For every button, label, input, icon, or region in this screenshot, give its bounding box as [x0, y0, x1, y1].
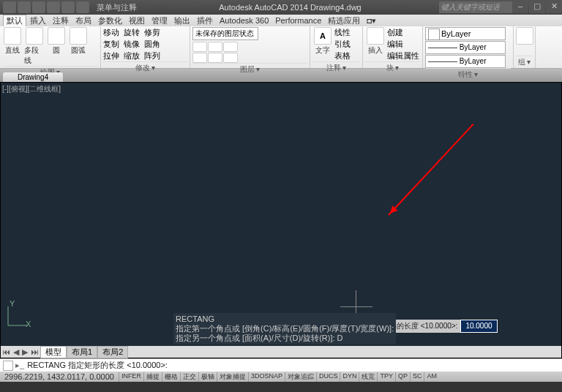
ribbon: 直线 多段线 圆 圆弧 绘图 ▾ 移动旋转修剪 复制镜像圆角 拉伸缩放阵列 修改… — [0, 26, 562, 69]
status-otrack[interactable]: 对象追踪 — [285, 372, 316, 382]
tab-a360[interactable]: Autodesk 360 — [217, 16, 271, 25]
status-dyn[interactable]: DYN — [340, 372, 359, 382]
dynamic-input-value[interactable]: 10.0000 — [460, 320, 497, 333]
status-lwt[interactable]: 线宽 — [359, 372, 377, 382]
modify-copy[interactable]: 复制 — [103, 39, 119, 50]
block-create[interactable]: 创建 — [387, 27, 419, 38]
tab-view[interactable]: 视图 — [126, 15, 148, 26]
modify-array[interactable]: 阵列 — [144, 50, 160, 61]
annot-linear[interactable]: 线性 — [334, 27, 351, 38]
crosshair-h — [340, 306, 372, 307]
tab-default[interactable]: 默认 — [3, 15, 26, 26]
modify-mirror[interactable]: 镜像 — [124, 39, 140, 50]
panel-block-label: 块 ▾ — [365, 61, 420, 73]
qat-open[interactable] — [32, 1, 45, 13]
tab-layout[interactable]: 布局 — [72, 15, 94, 26]
modify-fillet[interactable]: 圆角 — [144, 39, 160, 50]
app-menu-button[interactable] — [3, 1, 16, 13]
status-ducs[interactable]: DUCS — [316, 372, 340, 382]
modify-move[interactable]: 移动 — [103, 27, 119, 38]
qat-undo[interactable] — [61, 1, 75, 13]
status-am[interactable]: AM — [424, 372, 439, 382]
status-ortho[interactable]: 正交 — [180, 372, 198, 382]
layer-tools — [192, 42, 238, 63]
draw-polyline-button[interactable]: 多段线 — [24, 27, 45, 66]
block-insert-button[interactable]: 插入 — [365, 27, 386, 56]
layer-tool-6[interactable] — [223, 53, 238, 63]
layout-nav-next[interactable]: ▶ — [20, 347, 29, 357]
status-tpy[interactable]: TPY — [377, 372, 395, 382]
layout-nav-last[interactable]: ⏭ — [29, 347, 40, 356]
status-osnap[interactable]: 对象捕捉 — [217, 372, 248, 382]
command-line[interactable]: ▸_ RECTANG 指定矩形的长度 <10.0000>: — [0, 358, 562, 372]
modify-trim[interactable]: 修剪 — [144, 27, 160, 38]
file-tab-drawing4[interactable]: Drawing4 — [3, 72, 63, 82]
layout-2[interactable]: 布局2 — [97, 346, 128, 358]
status-qp[interactable]: QP — [395, 372, 410, 382]
layout-1[interactable]: 布局1 — [67, 346, 97, 358]
drawing-canvas[interactable]: [-][俯视][二维线框] 指定矩形的长度 <10.0000>: 10.0000… — [0, 82, 562, 358]
command-history: RECTANG 指定第一个角点或 [倒角(C)/标高(E)/圆角(F)/厚度(T… — [173, 313, 396, 344]
annot-text-button[interactable]: A文字 — [312, 27, 333, 56]
tab-parametric[interactable]: 参数化 — [95, 15, 125, 26]
status-infer[interactable]: INFER — [119, 372, 143, 382]
status-grid[interactable]: 栅格 — [162, 372, 180, 382]
coords-readout: 2996.2219, 1432.0117, 0.0000 — [0, 372, 119, 381]
block-edit[interactable]: 编辑 — [387, 39, 419, 50]
close-button[interactable]: ✕ — [546, 1, 562, 13]
draw-arc-button[interactable]: 圆弧 — [68, 27, 89, 56]
annot-table[interactable]: 表格 — [334, 50, 351, 61]
qat-new[interactable] — [18, 1, 31, 13]
status-polar[interactable]: 极轴 — [198, 372, 217, 382]
status-3dosnap[interactable]: 3DOSNAP — [248, 372, 285, 382]
panel-props-label: 特性 ▾ — [425, 68, 511, 80]
layer-tool-1[interactable] — [192, 42, 207, 52]
layer-tool-2[interactable] — [208, 42, 222, 52]
status-snap[interactable]: 捕捉 — [143, 372, 162, 382]
layer-tool-3[interactable] — [223, 42, 238, 52]
viewport-label[interactable]: [-][俯视][二维线框] — [2, 84, 61, 94]
modify-stretch[interactable]: 拉伸 — [103, 50, 119, 61]
draw-circle-button[interactable]: 圆 — [46, 27, 67, 56]
command-line-text: RECTANG 指定矩形的长度 <10.0000>: — [27, 360, 168, 371]
qat-extra-label: 菜单与注释 — [92, 2, 141, 13]
layout-tabs: ⏮ ◀ ▶ ⏭ 模型 布局1 布局2 — [1, 346, 561, 358]
minimize-button[interactable]: – — [512, 1, 528, 13]
layout-nav-prev[interactable]: ◀ — [12, 347, 20, 357]
prop-color-combo[interactable]: ByLayer — [425, 27, 506, 40]
draw-line-button[interactable]: 直线 — [2, 27, 23, 56]
annot-leader[interactable]: 引线 — [334, 39, 351, 50]
layer-tool-4[interactable] — [192, 53, 207, 63]
layer-tool-5[interactable] — [208, 53, 222, 63]
ribbon-tabs: 默认 插入 注释 布局 参数化 视图 管理 输出 插件 Autodesk 360… — [0, 15, 562, 26]
tab-plugins[interactable]: 插件 — [194, 15, 216, 26]
maximize-button[interactable]: ▢ — [529, 1, 545, 13]
tab-insert[interactable]: 插入 — [27, 15, 49, 26]
tab-annotate[interactable]: 注释 — [50, 15, 72, 26]
group-button[interactable] — [516, 27, 533, 45]
qat-redo[interactable] — [76, 1, 89, 13]
tab-expand-icon[interactable]: ◘▾ — [364, 16, 379, 26]
layout-nav-first[interactable]: ⏮ — [1, 347, 12, 356]
status-sc[interactable]: SC — [410, 372, 424, 382]
modify-rotate[interactable]: 旋转 — [124, 27, 140, 38]
app-title: Autodesk AutoCAD 2014 Drawing4.dwg — [141, 3, 439, 12]
prop-lweight-combo[interactable]: ———— ByLayer — [425, 41, 506, 54]
block-editattr[interactable]: 编辑属性 — [387, 50, 419, 61]
help-search-input[interactable]: 键入关键字或短语 — [439, 1, 512, 13]
cmdline-icon[interactable] — [3, 361, 13, 371]
tab-featured[interactable]: 精选应用 — [325, 15, 363, 26]
tab-manage[interactable]: 管理 — [149, 15, 171, 26]
qat-save[interactable] — [47, 1, 60, 13]
modify-scale[interactable]: 缩放 — [124, 50, 140, 61]
status-bar: 2996.2219, 1432.0117, 0.0000 INFER 捕捉 栅格… — [0, 372, 562, 382]
layer-state-combo[interactable]: 未保存的图层状态 — [192, 27, 258, 40]
cmdline-prompt-icon: ▸_ — [15, 361, 24, 370]
tab-performance[interactable]: Performance — [272, 16, 324, 25]
panel-layers-label: 图层 ▾ — [192, 63, 307, 75]
layout-model[interactable]: 模型 — [40, 346, 67, 358]
panel-group-label: 组 ▾ — [516, 56, 533, 67]
annotation-arrow — [388, 124, 473, 216]
prop-ltype-combo[interactable]: ———— ByLayer — [425, 55, 506, 68]
tab-output[interactable]: 输出 — [171, 15, 193, 26]
